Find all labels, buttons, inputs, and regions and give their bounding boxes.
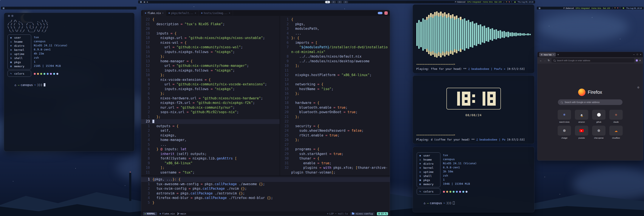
workspace-switcher: 1234	[325, 1, 348, 3]
shortcut-chat.openai[interactable]: ⊛chat.openai	[591, 126, 606, 139]
editor-tabs: ❄flake.nix×❄pkgs/default...×❄hosts/isoIm…	[142, 10, 233, 16]
bluetooth-icon[interactable]: ☾	[620, 7, 622, 9]
ping-badge: Home: 8ms	[483, 1, 493, 3]
shortcut-youtube[interactable]: ▶youtube	[574, 126, 589, 139]
shortcut-github[interactable]: github	[591, 110, 606, 123]
code-line: plugin thunar-volman];	[280, 170, 390, 175]
cava-bar	[458, 18, 459, 51]
power-profile-badge: P: Balanced	[455, 1, 465, 3]
maximize-button[interactable]: □	[637, 54, 638, 56]
forward-button[interactable]: →	[544, 59, 546, 62]
shortcut-search.nixos[interactable]: ❄search.nixos	[556, 110, 572, 123]
code-line: 11 inputs.nixpkgs.follows = "nixpkgs";	[141, 68, 280, 73]
fastfetch-output: _/ /\ ,_ ___ ,_ \ \_ / / / \ \ / _ \ \ \…	[8, 19, 131, 77]
editor-pane-flake-nix[interactable]: 22{21 description = "tux's NixOS Flake";…	[141, 16, 280, 175]
search-placeholder: Search with Google or enter address	[564, 101, 600, 103]
reload-button[interactable]: ↻	[548, 59, 550, 62]
neovim-window[interactable]: ❄flake.nix×❄pkgs/default...×❄hosts/isoIm…	[141, 10, 390, 216]
terminal-titlebar	[8, 13, 131, 19]
cava-bar	[446, 14, 448, 55]
terminal-window-fastfetch[interactable]: _/ /\ ,_ ___ ,_ \ \_ / / / \ \ / _ \ \ \…	[4, 13, 134, 151]
browser-tab[interactable]: New Tab ×	[539, 53, 556, 57]
prompt-arrow: →	[18, 83, 19, 87]
back-button[interactable]: ←	[540, 59, 542, 62]
editor-pane-iso-config[interactable]: 1{2 pkgs,3 modulesPath,4 ...5}: {6 impor…	[280, 16, 390, 175]
code-line: 31 enable = true;	[280, 161, 390, 166]
code-line: 25 rtkit.enable = true;	[280, 133, 390, 138]
code-line: 32 plugins = with pkgs.xfce; [thunar-arc…	[280, 165, 390, 170]
brightness-icon[interactable]: ☀	[506, 1, 507, 3]
volume-icon[interactable]: ♪	[612, 7, 613, 9]
extension-icon[interactable]	[636, 60, 638, 61]
code-line: 7 "${modulesPath}/installer/cd-dvd/insta…	[280, 45, 390, 50]
shortcut-chatgpt[interactable]: ⊛chatgpt	[556, 126, 572, 139]
cava-bar	[513, 33, 515, 36]
close-button[interactable]: ×	[640, 54, 641, 56]
network-icon[interactable]: ♥	[617, 7, 618, 9]
code-line: 9 nix-vscode-extensions = {	[141, 78, 280, 82]
fetch-row-distro: ❄distro	[419, 162, 438, 166]
code-line: 10 ];	[280, 64, 390, 68]
fetch-row-kernel: ⚙kernel	[419, 166, 438, 170]
menu-icon[interactable]: ≡	[640, 59, 641, 62]
code-line: 4 home-manager,	[141, 138, 280, 142]
minimize-button[interactable]: ─	[633, 54, 634, 56]
network-icon[interactable]: ♥	[508, 1, 510, 3]
openai-icon: ⊛	[597, 129, 600, 132]
shortcut-amazon[interactable]: aamazon	[574, 110, 589, 123]
fetch-row-shell: $shell	[419, 174, 438, 178]
terminal-window-fastfetch-2[interactable]: ◉user⌂hname❄distro⚙kernel◷uptime$shell▦p…	[412, 147, 534, 212]
editor-tab-flake.nix[interactable]: ❄flake.nix×	[142, 10, 166, 16]
volume-icon[interactable]: ♪	[504, 1, 504, 3]
shortcut-label: chat.openai	[594, 137, 604, 139]
new-tab-button[interactable]: +	[558, 53, 559, 56]
window-button[interactable]	[8, 15, 10, 17]
editor-tab-pkgs/default...[interactable]: ❄pkgs/default...×	[166, 10, 199, 16]
cava-bar	[474, 24, 475, 45]
display-icon[interactable]: ▣	[143, 1, 145, 3]
workspace-2[interactable]: 2	[331, 1, 336, 3]
power-profile-badge: P: Balanced	[563, 7, 574, 9]
address-bar[interactable]: Search with Google or enter address	[552, 58, 634, 63]
cava-bar	[454, 16, 456, 52]
launcher-icon[interactable]: ▦	[538, 7, 540, 9]
shortcuts-grid: ❄search.nixosaamazongithub✳claude⊛chatgp…	[556, 110, 624, 139]
music-note-icon: ♫	[476, 138, 478, 141]
cava-bar	[482, 26, 483, 43]
close-button[interactable]: ×	[384, 12, 388, 15]
shortcut-claude[interactable]: ✳claude	[608, 110, 624, 123]
tab-close-icon[interactable]: ×	[195, 12, 196, 15]
editor-tab-hosts/isoImag...[interactable]: ❄hosts/isoImag...×	[199, 10, 233, 16]
gear-icon: ⚙	[327, 212, 328, 215]
terminal-window-cava[interactable]: =======================> Playing: ffee f…	[412, 4, 534, 73]
editor-pane-pkgs-default[interactable]: 1{pkgs, ...}: {1 tux-awesome-wm-config =…	[141, 175, 390, 211]
github-icon	[597, 113, 601, 117]
workspace-4[interactable]: 4	[343, 1, 348, 3]
workspace-1[interactable]: 1	[325, 1, 330, 3]
shell-prompt[interactable]: ⌂→canopus~)))	[8, 80, 131, 90]
power-icon[interactable]: ◉	[623, 7, 624, 9]
bluetooth-icon[interactable]: ☾	[511, 1, 513, 3]
cloudflare-icon: ☁	[614, 129, 618, 132]
keyboard-icon[interactable]: ◈	[146, 1, 148, 3]
fetch-row-memory: ▤memory	[10, 64, 29, 68]
tab-close-icon[interactable]: ×	[162, 12, 164, 15]
launcher-icon[interactable]: ▦	[2, 7, 4, 9]
cava-bar	[444, 12, 446, 57]
launcher-icon[interactable]: ▦	[140, 1, 142, 3]
personalize-gear-icon[interactable]: ⚙	[637, 86, 640, 89]
tab-close-icon[interactable]: ×	[229, 12, 230, 15]
search-input[interactable]: Search with Google or enter address	[558, 99, 622, 105]
power-icon[interactable]: ◉	[514, 1, 516, 3]
firefox-window[interactable]: New Tab × + ─ □ × ← → ↻ Search with Goog…	[537, 52, 643, 161]
prompt-chevrons: )))	[446, 201, 452, 205]
shortcut-cloudflare[interactable]: ☁cloudflare	[608, 126, 624, 139]
tab-close-icon[interactable]: ×	[553, 54, 554, 56]
maximize-toggle[interactable]	[378, 12, 382, 14]
shell-prompt[interactable]: ⌂→canopus~)))	[417, 198, 530, 208]
terminal-window-clock[interactable]: 08/08/24 =======================> Playin…	[412, 75, 534, 144]
window-button[interactable]	[12, 15, 13, 17]
brightness-icon[interactable]: ☀	[614, 7, 616, 9]
fetch-row-kernel: ⚙kernel	[10, 48, 29, 52]
workspace-3[interactable]: 3	[337, 1, 342, 3]
